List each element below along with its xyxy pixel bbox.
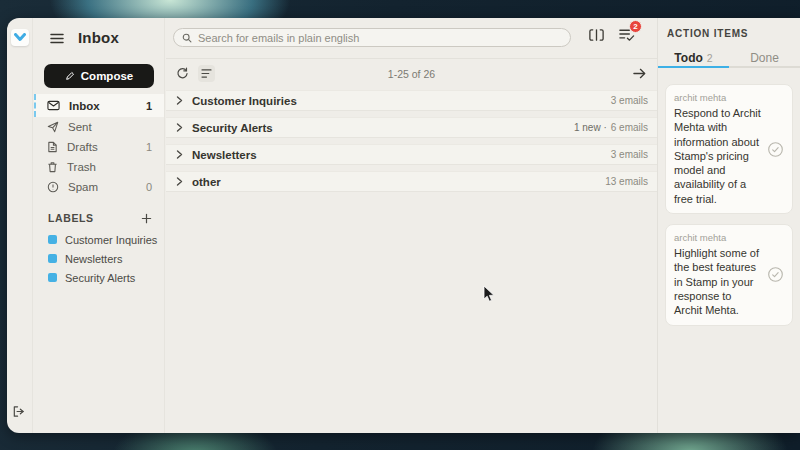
chevron-right-icon (176, 123, 183, 132)
card-body: archit mehta Respond to Archit Mehta wit… (674, 92, 762, 206)
group-meta: 13 emails (601, 176, 648, 187)
group-meta: 1 new · 6 emails (574, 122, 648, 133)
group-row-security-alerts[interactable]: Security Alerts 1 new · 6 emails (166, 117, 657, 138)
pencil-icon (65, 71, 75, 81)
header-icons: 2 (588, 27, 635, 42)
logo-chevron-icon (14, 33, 26, 42)
sidebar-item-drafts[interactable]: Drafts 1 (34, 137, 164, 157)
group-email-count: 3 emails (611, 149, 648, 160)
action-item-card[interactable]: archit mehta Respond to Archit Mehta wit… (665, 84, 793, 214)
sidebar-item-label: Spam (68, 181, 98, 193)
tab-done[interactable]: Done (729, 49, 800, 68)
label-name: Customer Inquiries (65, 234, 157, 246)
email-group-list: Customer Inquiries 3 emails Security Ale… (166, 90, 657, 198)
compose-label: Compose (81, 70, 133, 82)
sidebar: Inbox Compose Inbox 1 (34, 18, 165, 433)
sidebar-item-count: 1 (146, 141, 152, 153)
logout-icon[interactable] (12, 405, 26, 419)
label-item-customer-inquiries[interactable]: Customer Inquiries (34, 230, 164, 249)
sidebar-item-inbox[interactable]: Inbox 1 (34, 94, 164, 117)
group-meta: 3 emails (607, 95, 648, 106)
label-item-newsletters[interactable]: Newsletters (34, 249, 164, 268)
page-title: Inbox (78, 29, 119, 46)
left-rail (7, 18, 33, 433)
main-area: 2 1-25 of 26 (166, 18, 657, 433)
card-text: Highlight some of the best features in S… (674, 246, 762, 317)
tab-todo[interactable]: Todo 2 (658, 49, 729, 68)
tab-label: Todo (674, 51, 702, 65)
complete-task-button[interactable] (767, 141, 784, 158)
group-row-customer-inquiries[interactable]: Customer Inquiries 3 emails (166, 90, 657, 111)
app-logo[interactable] (11, 29, 29, 46)
label-name: Newsletters (65, 253, 122, 265)
search-input[interactable] (198, 32, 562, 44)
group-new-count: 1 new · (574, 122, 607, 133)
label-item-security-alerts[interactable]: Security Alerts (34, 268, 164, 287)
tab-label: Done (750, 51, 779, 65)
chevron-right-icon (176, 177, 183, 186)
group-row-newsletters[interactable]: Newsletters 3 emails (166, 144, 657, 165)
trash-icon (47, 161, 58, 173)
todo-count-badge: 2 (629, 20, 642, 33)
group-name: Customer Inquiries (192, 95, 297, 107)
group-email-count: 6 emails (611, 122, 648, 133)
filter-button[interactable] (198, 65, 215, 82)
mailbox-nav: Inbox 1 Sent Drafts 1 (34, 94, 164, 197)
group-name: Newsletters (192, 149, 257, 161)
sidebar-item-label: Trash (67, 161, 96, 173)
group-row-other[interactable]: other 13 emails (166, 171, 657, 192)
label-swatch (48, 254, 57, 263)
compose-button[interactable]: Compose (44, 64, 154, 88)
group-meta: 3 emails (607, 149, 648, 160)
tab-count: 2 (707, 52, 713, 64)
draft-file-icon (47, 141, 58, 153)
card-body: archit mehta Highlight some of the best … (674, 232, 762, 317)
card-sender: archit mehta (674, 92, 762, 103)
label-list: Customer Inquiries Newsletters Security … (34, 230, 164, 287)
alert-circle-icon (47, 181, 59, 193)
search-icon (182, 33, 192, 43)
menu-icon[interactable] (50, 33, 64, 44)
label-swatch (48, 273, 57, 282)
inbox-icon (47, 100, 60, 111)
refresh-button[interactable] (176, 67, 189, 80)
list-toolbar: 1-25 of 26 (166, 58, 657, 88)
add-label-icon[interactable] (141, 213, 152, 224)
group-name: Security Alerts (192, 122, 273, 134)
label-name: Security Alerts (65, 272, 135, 284)
split-view-button[interactable] (588, 28, 605, 42)
chevron-right-icon (176, 96, 183, 105)
action-items-panel: ACTION ITEMS Todo 2 Done archit mehta Re… (657, 18, 800, 433)
group-email-count: 3 emails (611, 95, 648, 106)
action-item-cards: archit mehta Respond to Archit Mehta wit… (665, 84, 793, 336)
sidebar-item-count: 0 (146, 181, 152, 193)
pagination-label: 1-25 of 26 (388, 68, 435, 80)
sidebar-item-count: 1 (146, 100, 152, 112)
label-swatch (48, 235, 57, 244)
sidebar-item-label: Inbox (69, 100, 100, 112)
action-items-title: ACTION ITEMS (667, 28, 748, 39)
action-item-card[interactable]: archit mehta Highlight some of the best … (665, 224, 793, 325)
card-sender: archit mehta (674, 232, 762, 243)
action-items-button[interactable]: 2 (618, 27, 635, 42)
paper-plane-icon (47, 121, 59, 133)
search-bar[interactable] (173, 28, 571, 47)
complete-task-button[interactable] (767, 266, 784, 283)
group-name: other (192, 176, 221, 188)
chevron-right-icon (176, 150, 183, 159)
next-page-button[interactable] (632, 67, 647, 80)
app-window: Inbox Compose Inbox 1 (7, 18, 800, 433)
sidebar-item-trash[interactable]: Trash (34, 157, 164, 177)
group-email-count: 13 emails (605, 176, 648, 187)
card-text: Respond to Archit Mehta with information… (674, 106, 762, 206)
sidebar-item-sent[interactable]: Sent (34, 117, 164, 137)
sidebar-item-label: Sent (68, 121, 92, 133)
split-view-icon (588, 28, 605, 42)
labels-header-label: LABELS (48, 212, 94, 224)
sidebar-item-label: Drafts (67, 141, 98, 153)
action-items-tabs: Todo 2 Done (658, 49, 800, 68)
labels-header: LABELS (34, 212, 164, 224)
sidebar-item-spam[interactable]: Spam 0 (34, 177, 164, 197)
